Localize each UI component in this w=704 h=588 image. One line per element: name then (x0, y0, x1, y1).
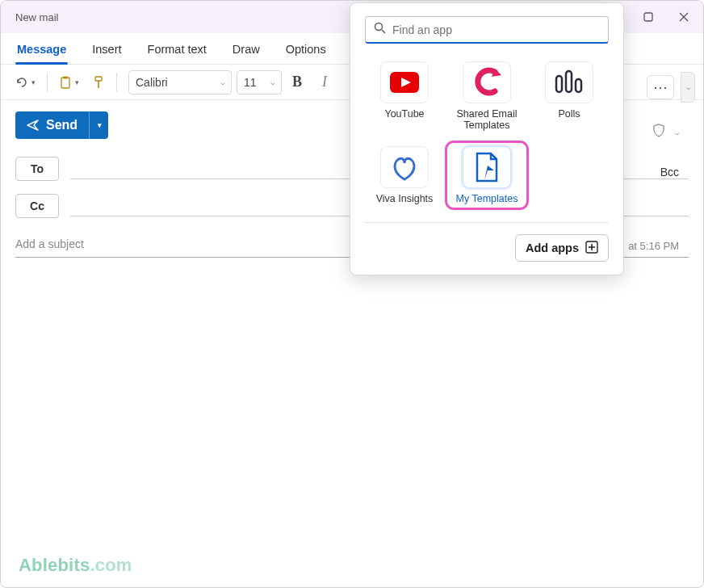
app-label: Viva Insights (376, 193, 434, 204)
chevron-down-icon: ▾ (98, 121, 102, 129)
undo-button[interactable]: ▾ (10, 73, 40, 92)
viva-insights-icon (380, 146, 429, 188)
add-apps-button[interactable]: Add apps (515, 234, 609, 262)
shared-templates-icon (463, 61, 511, 103)
cc-button[interactable]: Cc (15, 194, 59, 218)
tab-draw[interactable]: Draw (231, 40, 262, 64)
search-icon (374, 22, 386, 37)
paste-button[interactable]: ▾ (54, 72, 84, 93)
svg-rect-6 (556, 76, 562, 92)
chevron-down-icon: ⌵ (270, 78, 274, 86)
italic-button[interactable]: I (312, 70, 337, 94)
watermark-brand: Ablebits (19, 555, 90, 575)
my-templates-icon (463, 146, 511, 188)
svg-rect-0 (644, 13, 652, 21)
window-controls (642, 10, 690, 23)
app-label: My Templates (456, 193, 518, 204)
subject-placeholder: Add a subject (15, 237, 84, 250)
maximize-icon[interactable] (642, 10, 655, 23)
app-label: YouTube (384, 108, 424, 120)
window-title: New mail (15, 11, 58, 23)
app-polls[interactable]: Polls (530, 58, 609, 135)
to-button[interactable]: To (15, 157, 59, 181)
send-button-group: Send ▾ (15, 111, 108, 139)
send-button[interactable]: Send (15, 111, 89, 139)
bold-button[interactable]: B (285, 70, 309, 94)
shield-icon[interactable] (652, 124, 665, 141)
chevron-down-icon: ▾ (75, 78, 79, 86)
polls-icon (545, 61, 593, 103)
draft-saved-time: at 5:16 PM (628, 240, 679, 252)
svg-rect-8 (576, 79, 581, 92)
close-icon[interactable] (677, 10, 690, 23)
separator (47, 73, 48, 92)
chevron-down-icon: ▾ (31, 78, 36, 86)
watermark-tld: .com (90, 555, 132, 575)
font-size-value: 11 (244, 76, 257, 89)
app-viva-insights[interactable]: Viva Insights (365, 143, 444, 208)
add-apps-row: Add apps (365, 222, 609, 262)
message-options-area: ⌵ (652, 124, 679, 141)
chevron-down-icon: ⌵ (220, 78, 224, 86)
app-label: Polls (558, 108, 580, 120)
ribbon-collapse-button[interactable]: ⌵ (681, 72, 695, 103)
tab-insert[interactable]: Insert (90, 40, 123, 64)
tab-options[interactable]: Options (284, 40, 328, 64)
svg-rect-7 (566, 71, 572, 92)
svg-rect-2 (64, 76, 68, 78)
format-painter-button[interactable] (87, 72, 110, 93)
app-label: Shared Email Templates (447, 108, 526, 132)
bcc-link[interactable]: Bcc (660, 166, 679, 178)
plus-icon (585, 241, 598, 256)
app-my-templates[interactable]: My Templates (447, 143, 526, 208)
svg-rect-3 (95, 77, 102, 81)
tab-message[interactable]: Message (15, 40, 68, 64)
svg-rect-1 (61, 78, 69, 88)
watermark: Ablebits.com (19, 555, 132, 576)
youtube-icon (380, 61, 429, 103)
add-apps-label: Add apps (526, 242, 579, 254)
app-search-input[interactable] (392, 23, 600, 36)
font-size-select[interactable]: 11 ⌵ (237, 70, 282, 94)
send-label: Send (46, 118, 78, 132)
app-shared-email-templates[interactable]: Shared Email Templates (447, 58, 526, 135)
font-name-value: Calibri (136, 76, 168, 89)
separator (116, 73, 117, 92)
toolbar-overflow: ⋯ ⌵ (647, 75, 695, 99)
chevron-down-icon[interactable]: ⌵ (675, 128, 679, 136)
send-icon (27, 119, 40, 132)
font-name-select[interactable]: Calibri ⌵ (128, 70, 232, 94)
more-commands-button[interactable]: ⋯ (647, 75, 674, 99)
send-split-button[interactable]: ▾ (89, 111, 108, 139)
app-search-field[interactable] (365, 16, 609, 44)
svg-point-4 (375, 23, 383, 31)
tab-format-text[interactable]: Format text (146, 40, 208, 64)
apps-popup: YouTube Shared Email Templates Polls Viv… (350, 2, 624, 275)
apps-grid: YouTube Shared Email Templates Polls Viv… (365, 58, 609, 208)
app-youtube[interactable]: YouTube (365, 58, 444, 135)
